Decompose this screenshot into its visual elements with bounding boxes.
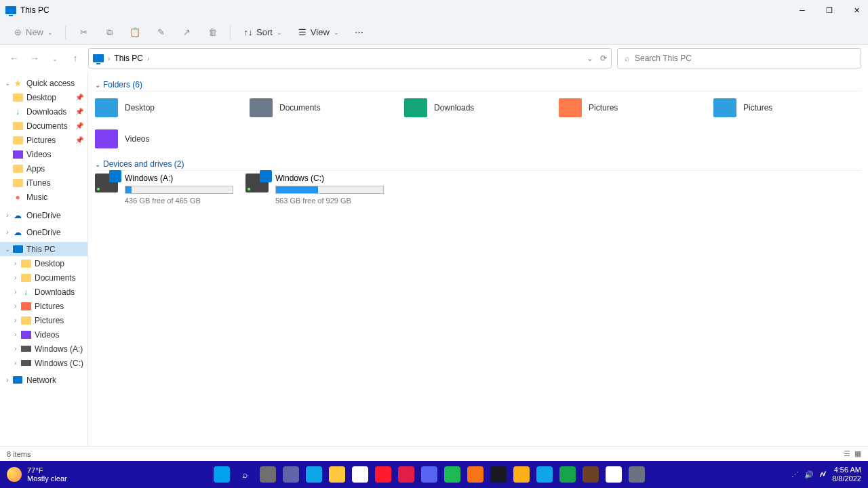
rename-button[interactable]: ✎ — [151, 23, 170, 42]
sidebar-item[interactable]: ›Pictures — [0, 313, 87, 327]
sidebar-item[interactable]: Apps — [0, 161, 87, 176]
maximize-button[interactable]: ❐ — [823, 4, 835, 16]
pin-icon: 📌 — [75, 136, 83, 144]
taskbar-app-start[interactable] — [214, 466, 230, 483]
volume-icon[interactable]: 🔊 — [804, 470, 814, 479]
taskbar-app-app_green[interactable] — [559, 466, 576, 483]
sidebar: ⌄★Quick access Desktop📌↓Downloads📌Docume… — [0, 72, 88, 446]
drive-usage-bar — [275, 186, 384, 194]
cut-button[interactable]: ✂ — [74, 23, 93, 42]
view-button[interactable]: ☰View⌄ — [293, 23, 343, 42]
recent-down-icon[interactable]: ⌄ — [47, 51, 62, 66]
taskbar-app-file_explorer[interactable] — [329, 466, 345, 483]
weather-widget[interactable]: 77°F Mostly clear — [7, 466, 67, 483]
search-input[interactable] — [635, 54, 854, 63]
statusbar: 8 items ☰ ▦ — [0, 446, 868, 461]
taskbar-app-minecraft[interactable] — [583, 466, 599, 483]
battery-icon[interactable]: 🗲 — [819, 470, 827, 479]
taskbar-app-app_red[interactable] — [398, 466, 414, 483]
sidebar-item-onedrive[interactable]: ›☁OneDrive — [0, 225, 87, 239]
addressbar-pc-icon — [93, 54, 104, 62]
folder-item[interactable]: Downloads — [404, 94, 552, 121]
sidebar-item[interactable]: Videos — [0, 147, 87, 161]
new-button[interactable]: ⊕New⌄ — [8, 23, 57, 42]
drive-item[interactable]: Windows (C:)563 GB free of 929 GB — [245, 174, 388, 205]
sort-button[interactable]: ↑↓Sort⌄ — [239, 23, 286, 42]
sidebar-item-this-pc[interactable]: ⌄This PC — [0, 242, 87, 256]
taskbar-app-opera_gx[interactable] — [375, 466, 391, 483]
folder-item[interactable]: Documents — [250, 94, 397, 121]
group-header-drives[interactable]: ⌄Devices and drives (2) — [95, 159, 861, 171]
sidebar-item[interactable]: ›Desktop — [0, 256, 87, 270]
taskbar: 77°F Mostly clear ⌕ ⋰ 🔊 🗲 4:56 AM 8/8/20… — [0, 461, 868, 488]
refresh-button[interactable]: ⟳ — [600, 54, 607, 63]
sidebar-item[interactable]: ›Windows (A:) — [0, 342, 87, 356]
system-tray[interactable]: ⋰ 🔊 🗲 4:56 AM 8/8/2022 — [791, 466, 861, 483]
taskbar-app-app_orange[interactable] — [467, 466, 484, 483]
folder-item[interactable]: Pictures — [713, 94, 861, 121]
folder-icon — [95, 98, 118, 117]
sidebar-item[interactable]: ›Pictures — [0, 299, 87, 313]
weather-icon — [7, 467, 22, 482]
folder-item[interactable]: Pictures — [559, 94, 707, 121]
drive-item[interactable]: Windows (A:)436 GB free of 465 GB — [95, 174, 237, 205]
breadcrumb[interactable]: This PC — [114, 54, 143, 63]
taskbar-app-app_blue[interactable] — [536, 466, 553, 483]
folder-item[interactable]: Videos — [95, 125, 243, 152]
history-dropdown-icon[interactable]: ⌄ — [587, 54, 593, 63]
sidebar-item[interactable]: ›Windows (C:) — [0, 356, 87, 370]
paste-button[interactable]: 📋 — [125, 23, 144, 42]
search-box[interactable]: ⌕ — [617, 48, 861, 68]
sidebar-item[interactable]: ›↓Downloads — [0, 285, 87, 299]
taskbar-app-settings[interactable] — [629, 466, 645, 483]
taskbar-app-spotify[interactable] — [444, 466, 460, 483]
taskbar-app-roblox[interactable] — [606, 466, 622, 483]
nav-row: ← → ⌄ ↑ › This PC › ⌄ ⟳ ⌕ — [0, 45, 868, 72]
folder-icon — [250, 98, 273, 117]
taskbar-app-discord[interactable] — [421, 466, 437, 483]
sidebar-item[interactable]: ›Videos — [0, 327, 87, 342]
this-pc-icon — [5, 6, 16, 14]
taskbar-app-steam[interactable] — [490, 466, 507, 483]
pin-icon: 📌 — [75, 108, 83, 115]
delete-button[interactable]: 🗑 — [203, 23, 222, 42]
toolbar: ⊕New⌄ ✂ ⧉ 📋 ✎ ↗ 🗑 ↑↓Sort⌄ ☰View⌄ ⋯ — [0, 20, 868, 45]
taskbar-app-taskview[interactable] — [260, 466, 276, 483]
folder-icon — [404, 98, 427, 117]
taskbar-app-chat[interactable] — [283, 466, 299, 483]
details-view-icon[interactable]: ☰ — [844, 449, 850, 458]
sidebar-item[interactable]: ●Music — [0, 190, 87, 204]
content-area: ⌄Folders (6) DesktopDocumentsDownloadsPi… — [88, 72, 868, 446]
sidebar-item[interactable]: Documents📌 — [0, 119, 87, 133]
wifi-icon[interactable]: ⋰ — [791, 470, 799, 479]
taskbar-app-search[interactable]: ⌕ — [237, 466, 253, 483]
taskbar-clock[interactable]: 4:56 AM 8/8/2022 — [832, 466, 861, 483]
sidebar-item[interactable]: iTunes — [0, 176, 87, 190]
folder-icon — [95, 129, 118, 148]
sidebar-item[interactable]: ›Documents — [0, 270, 87, 285]
titlebar: This PC ─ ❐ ✕ — [0, 0, 868, 20]
share-button[interactable]: ↗ — [177, 23, 196, 42]
forward-button[interactable]: → — [27, 51, 42, 66]
sidebar-item-network[interactable]: ›Network — [0, 373, 87, 387]
sidebar-item-onedrive[interactable]: ›☁OneDrive — [0, 208, 87, 222]
group-header-folders[interactable]: ⌄Folders (6) — [95, 80, 861, 92]
more-button[interactable]: ⋯ — [350, 23, 369, 42]
sidebar-item-quick-access[interactable]: ⌄★Quick access — [0, 76, 87, 90]
taskbar-app-edge[interactable] — [306, 466, 322, 483]
taskbar-app-rockstar[interactable] — [513, 466, 530, 483]
sidebar-item[interactable]: Desktop📌 — [0, 90, 87, 104]
sidebar-item[interactable]: Pictures📌 — [0, 133, 87, 147]
taskbar-app-store[interactable] — [352, 466, 368, 483]
tiles-view-icon[interactable]: ▦ — [854, 449, 861, 458]
back-button[interactable]: ← — [7, 51, 22, 66]
close-button[interactable]: ✕ — [850, 4, 863, 16]
drive-icon — [245, 174, 269, 192]
sidebar-item[interactable]: ↓Downloads📌 — [0, 104, 87, 119]
search-icon: ⌕ — [625, 54, 629, 63]
copy-button[interactable]: ⧉ — [100, 23, 119, 42]
addressbar[interactable]: › This PC › ⌄ ⟳ — [88, 48, 612, 68]
minimize-button[interactable]: ─ — [796, 4, 808, 16]
folder-item[interactable]: Desktop — [95, 94, 243, 121]
up-button[interactable]: ↑ — [68, 51, 83, 66]
